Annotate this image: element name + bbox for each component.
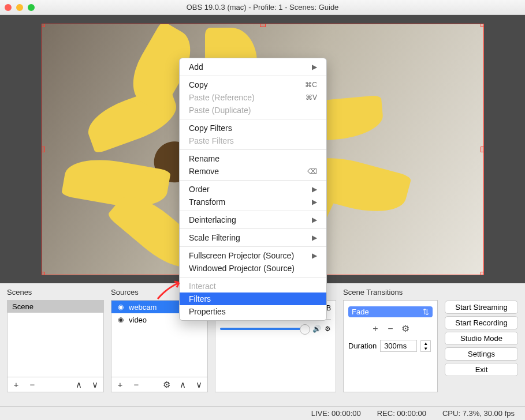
add-scene-button[interactable]: +	[10, 380, 23, 389]
add-source-button[interactable]: +	[114, 380, 126, 389]
resize-handle[interactable]	[481, 272, 484, 275]
ctx-scale-filtering[interactable]: Scale Filtering▶	[180, 231, 326, 244]
scenes-toolbar: + − ∧ ∨	[7, 377, 104, 392]
ctx-paste-filters: Paste Filters	[180, 134, 326, 147]
window-title: OBS 19.0.3 (mac) - Profile: 1 - Scenes: …	[0, 3, 525, 12]
add-transition-button[interactable]: +	[370, 324, 381, 334]
channel-settings-icon[interactable]: ⚙	[325, 325, 331, 333]
duration-input[interactable]: 300ms	[380, 340, 417, 352]
settings-button[interactable]: Settings	[445, 347, 518, 361]
remove-source-button[interactable]: −	[130, 380, 143, 389]
submenu-arrow-icon: ▶	[312, 234, 317, 242]
context-menu: Add▶ Copy⌘C Paste (Reference)⌘V Paste (D…	[179, 58, 327, 321]
resize-handle[interactable]	[481, 24, 484, 27]
volume-slider-row: 🔊 ⚙	[220, 325, 331, 333]
ctx-copy-filters[interactable]: Copy Filters	[180, 122, 326, 134]
resize-handle[interactable]	[42, 147, 45, 152]
transition-select[interactable]: Fade ⇅	[348, 306, 433, 317]
ctx-interact: Interact	[180, 280, 326, 292]
move-scene-down-button[interactable]: ∨	[88, 380, 101, 390]
studio-mode-button[interactable]: Studio Mode	[445, 332, 518, 345]
transition-settings-button[interactable]: ⚙	[400, 323, 411, 334]
status-live: LIVE: 00:00:00	[311, 409, 361, 418]
submenu-arrow-icon: ▶	[312, 63, 317, 71]
move-scene-up-button[interactable]: ∧	[72, 380, 85, 390]
control-buttons: Start Streaming Start Recording Studio M…	[445, 288, 518, 392]
duration-stepper[interactable]: ▲▼	[420, 340, 431, 352]
ctx-add[interactable]: Add▶	[180, 61, 326, 73]
move-source-up-button[interactable]: ∧	[176, 380, 189, 390]
volume-slider[interactable]	[220, 328, 309, 330]
ctx-paste-duplicate: Paste (Duplicate)	[180, 104, 326, 117]
submenu-arrow-icon: ▶	[312, 216, 317, 224]
scenes-label: Scenes	[7, 288, 104, 297]
submenu-arrow-icon: ▶	[312, 198, 317, 206]
ctx-deinterlacing[interactable]: Deinterlacing▶	[180, 213, 326, 226]
visibility-eye-icon[interactable]: ◉	[116, 302, 125, 312]
remove-scene-button[interactable]: −	[26, 380, 39, 389]
sources-toolbar: + − ⚙ ∧ ∨	[111, 377, 208, 392]
select-updown-icon: ⇅	[423, 308, 429, 316]
ctx-copy[interactable]: Copy⌘C	[180, 78, 326, 91]
scenes-list[interactable]: Scene	[7, 300, 104, 377]
resize-handle[interactable]	[42, 24, 45, 27]
resize-handle[interactable]	[260, 24, 266, 27]
resize-handle[interactable]	[42, 272, 45, 275]
source-name: webcam	[129, 303, 157, 312]
exit-button[interactable]: Exit	[445, 363, 518, 376]
source-name: video	[129, 316, 147, 324]
ctx-transform[interactable]: Transform▶	[180, 196, 326, 208]
scene-row[interactable]: Scene	[8, 301, 103, 313]
ctx-properties[interactable]: Properties	[180, 305, 326, 318]
speaker-icon[interactable]: 🔊	[312, 325, 321, 333]
ctx-windowed-projector[interactable]: Windowed Projector (Source)	[180, 262, 326, 275]
titlebar: OBS 19.0.3 (mac) - Profile: 1 - Scenes: …	[0, 0, 525, 15]
ctx-paste-reference: Paste (Reference)⌘V	[180, 91, 326, 104]
transitions-panel: Scene Transitions Fade ⇅ + − ⚙ Duration …	[343, 288, 438, 392]
ctx-rename[interactable]: Rename	[180, 152, 326, 165]
source-properties-button[interactable]: ⚙	[160, 380, 173, 390]
duration-label: Duration	[348, 342, 377, 350]
scene-name: Scene	[12, 302, 33, 311]
remove-transition-button[interactable]: −	[385, 324, 396, 334]
start-streaming-button[interactable]: Start Streaming	[445, 301, 518, 314]
visibility-eye-icon[interactable]: ◉	[116, 315, 125, 324]
status-rec: REC: 00:00:00	[377, 409, 426, 418]
move-source-down-button[interactable]: ∨	[192, 380, 205, 390]
transition-selected: Fade	[352, 308, 369, 316]
submenu-arrow-icon: ▶	[312, 185, 317, 193]
ctx-fullscreen-projector[interactable]: Fullscreen Projector (Source)▶	[180, 249, 326, 262]
ctx-order[interactable]: Order▶	[180, 183, 326, 196]
status-bar: LIVE: 00:00:00 REC: 00:00:00 CPU: 7.3%, …	[0, 406, 525, 420]
ctx-filters[interactable]: Filters	[180, 292, 326, 305]
resize-handle[interactable]	[481, 147, 484, 152]
start-recording-button[interactable]: Start Recording	[445, 316, 518, 329]
status-cpu: CPU: 7.3%, 30.00 fps	[442, 409, 515, 418]
ctx-remove[interactable]: Remove⌫	[180, 165, 326, 178]
scenes-panel: Scenes Scene + − ∧ ∨	[7, 288, 104, 392]
transitions-label: Scene Transitions	[343, 288, 438, 297]
submenu-arrow-icon: ▶	[312, 252, 317, 260]
